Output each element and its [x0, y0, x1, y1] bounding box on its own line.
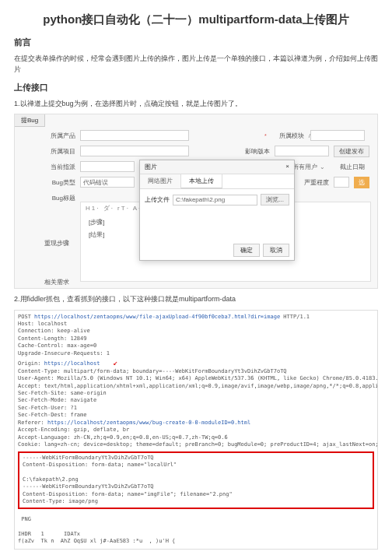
- page-title: python接口自动化（二十一）multipartform-data上传图片: [14, 12, 378, 27]
- deadline-label: 截止日期: [327, 163, 365, 171]
- multipart-body-highlight: ------WebKitFormBoundaryYt3vDihZvGbT7oTQ…: [18, 451, 374, 509]
- upload-file-label: 上传文件: [145, 195, 170, 204]
- fiddler-capture: POST https://localhost/zentaopms/www/fil…: [14, 310, 378, 550]
- arrow-icon: ↙: [113, 358, 117, 367]
- tab-local-upload[interactable]: 本地上传: [181, 174, 222, 188]
- close-icon[interactable]: ×: [285, 163, 289, 171]
- severity-field[interactable]: [334, 177, 349, 188]
- assign-label: 当前指派: [38, 163, 75, 171]
- project-field[interactable]: [80, 146, 189, 156]
- tab-network-image[interactable]: 网络图片: [140, 174, 181, 188]
- version-field[interactable]: [275, 146, 329, 156]
- ok-button[interactable]: 确定: [233, 244, 260, 257]
- section-preface: 前言: [14, 37, 378, 48]
- file-path-input[interactable]: C:\fakepath\2.png: [173, 195, 257, 205]
- cancel-button[interactable]: 取消: [263, 244, 289, 257]
- req-label: 相关需求: [44, 278, 69, 286]
- fiddler-text: 2.用fiddler抓包，查看抓到的接口，以下这种接口就是multipartfo…: [14, 293, 378, 304]
- bug-tab: 提Bug: [15, 114, 45, 127]
- create-release-button[interactable]: 创建发布: [334, 146, 369, 157]
- severity-label: 严重程度: [292, 178, 329, 187]
- steps-label: 重现步骤: [44, 239, 69, 248]
- project-label: 所属项目: [38, 147, 75, 156]
- bugtitle-label: Bug标题: [38, 194, 75, 202]
- bugtype-field[interactable]: 代码错误: [80, 177, 135, 188]
- product-label: 所属产品: [38, 132, 75, 140]
- upload-api-text: 1.以禅道上提交bug为例，在选择图片时，点确定按钮，就是上传图片了。: [14, 98, 378, 109]
- step-placeholder-1: [步骤]: [89, 218, 104, 227]
- assign-field[interactable]: [80, 161, 135, 172]
- image-dialog: 图片 × 网络图片 本地上传 上传文件 C:\fakepath\2.png 浏览…: [139, 160, 295, 261]
- module-field[interactable]: [310, 130, 365, 141]
- product-field[interactable]: [80, 130, 189, 141]
- browse-button[interactable]: 浏览...: [261, 194, 289, 205]
- step-placeholder-2: [结果]: [89, 230, 104, 239]
- bugtype-label: Bug类型: [38, 178, 75, 187]
- select-button[interactable]: 选: [354, 177, 369, 188]
- bug-form-screenshot: 提Bug 所属产品 * 所属模块 / 所属项目 影响版本 创建发布 当前指派 加…: [14, 114, 378, 289]
- section-upload-api: 上传接口: [14, 82, 378, 93]
- preface-text: 在提交表单操作的时候，经常会遇到图片上传的操作，图片上传是一个单独的接口，本篇以…: [14, 53, 378, 76]
- dialog-title-text: 图片: [145, 163, 157, 171]
- module-label: 所属模块: [267, 132, 304, 140]
- version-label: 影响版本: [233, 147, 270, 156]
